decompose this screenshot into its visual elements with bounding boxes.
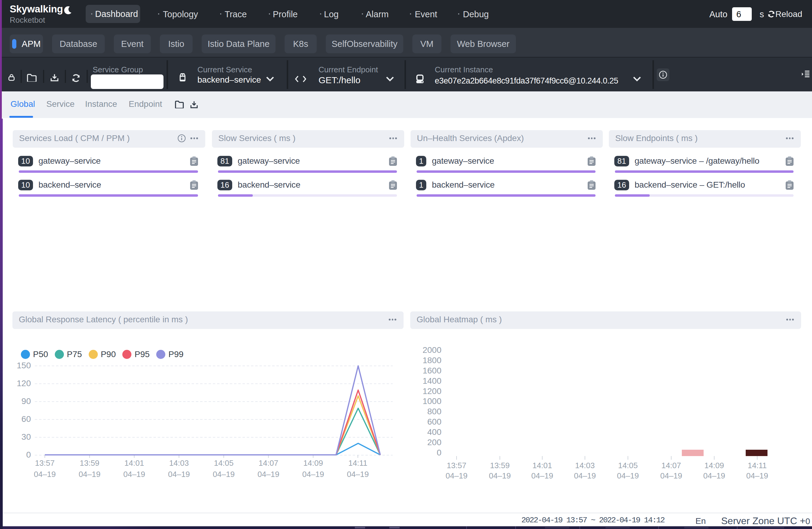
svg-text:90: 90 <box>21 396 31 406</box>
svg-text:14:11: 14:11 <box>348 458 367 468</box>
svg-text:14:01: 14:01 <box>532 461 552 470</box>
svg-text:1600: 1600 <box>423 366 441 375</box>
svg-text:1200: 1200 <box>423 386 441 396</box>
svg-text:04–19: 04–19 <box>347 470 369 479</box>
svg-text:14:01: 14:01 <box>125 458 144 468</box>
svg-text:13:59: 13:59 <box>490 461 509 470</box>
svg-text:04–19: 04–19 <box>660 471 682 480</box>
svg-text:13:57: 13:57 <box>447 461 466 470</box>
svg-text:04–19: 04–19 <box>446 471 467 480</box>
svg-text:04–19: 04–19 <box>746 471 768 480</box>
svg-text:04–19: 04–19 <box>617 471 639 480</box>
svg-text:0: 0 <box>26 450 31 459</box>
svg-text:14:07: 14:07 <box>259 458 278 468</box>
svg-text:1000: 1000 <box>423 396 441 406</box>
svg-text:04–19: 04–19 <box>302 470 324 479</box>
svg-text:14:03: 14:03 <box>169 458 189 468</box>
svg-text:600: 600 <box>427 417 441 426</box>
svg-text:14:05: 14:05 <box>618 461 638 470</box>
svg-text:13:57: 13:57 <box>35 458 55 468</box>
svg-text:04–19: 04–19 <box>213 470 235 479</box>
svg-text:800: 800 <box>427 407 441 416</box>
svg-text:14:03: 14:03 <box>575 461 595 470</box>
svg-text:1400: 1400 <box>423 376 441 385</box>
svg-text:04–19: 04–19 <box>257 470 279 479</box>
svg-text:14:09: 14:09 <box>704 461 724 470</box>
svg-text:14:05: 14:05 <box>214 458 233 468</box>
svg-text:04–19: 04–19 <box>531 471 553 480</box>
svg-text:04–19: 04–19 <box>574 471 596 480</box>
svg-text:13:59: 13:59 <box>79 458 99 468</box>
svg-text:30: 30 <box>21 432 31 442</box>
svg-text:14:09: 14:09 <box>303 458 323 468</box>
svg-text:04–19: 04–19 <box>34 470 56 479</box>
svg-text:14:07: 14:07 <box>661 461 681 470</box>
svg-text:60: 60 <box>21 414 31 424</box>
svg-text:2000: 2000 <box>423 345 441 355</box>
svg-text:400: 400 <box>427 427 441 437</box>
svg-text:04–19: 04–19 <box>703 471 725 480</box>
svg-text:04–19: 04–19 <box>489 471 511 480</box>
svg-text:14:11: 14:11 <box>748 461 767 470</box>
svg-text:120: 120 <box>17 379 31 388</box>
svg-text:150: 150 <box>17 361 31 370</box>
svg-text:200: 200 <box>427 438 441 447</box>
svg-text:0: 0 <box>437 448 441 457</box>
svg-text:04–19: 04–19 <box>123 470 145 479</box>
svg-text:1800: 1800 <box>423 356 441 365</box>
svg-text:04–19: 04–19 <box>168 470 190 479</box>
svg-text:04–19: 04–19 <box>79 470 101 479</box>
